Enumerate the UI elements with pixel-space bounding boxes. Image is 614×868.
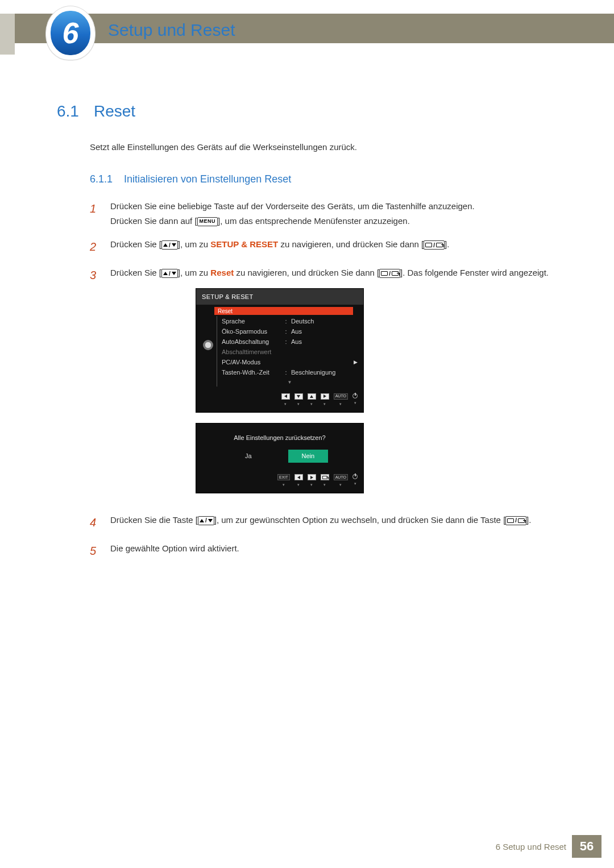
nav-auto-icon: AUTO▾	[334, 393, 348, 408]
rect-enter-icon: /	[379, 269, 400, 278]
osd-row: Öko-Sparmodus:Aus	[222, 326, 358, 337]
nav-left-icon: ▾	[281, 393, 290, 408]
up-down-icon: /	[161, 240, 178, 250]
page-number: 56	[572, 835, 601, 858]
osd-nav-hints: EXIT▾ ▾ ▾ ▾ AUTO▾ ▾	[196, 471, 363, 493]
step-1: 1 Drücken Sie eine beliebige Taste auf d…	[90, 199, 557, 228]
osd-confirm-dialog: Alle Einstellungen zurücksetzen? Ja Nein…	[196, 423, 364, 493]
step-num: 1	[90, 199, 100, 228]
step-3: 3 Drücken Sie [/], um zu Reset zu navigi…	[90, 265, 557, 504]
step-text: Drücken Sie die Taste [/], um zur gewüns…	[110, 513, 557, 532]
osd-row: Sprache:Deutsch	[222, 316, 358, 326]
menu-button-icon: MENU	[197, 217, 218, 226]
step-text: Die gewählte Option wird aktiviert.	[110, 541, 557, 560]
osd-row: Tasten-Wdh.-Zeit:Beschleunigung	[222, 367, 358, 377]
up-down-icon: /	[198, 516, 214, 525]
step-5: 5 Die gewählte Option wird aktiviert.	[90, 541, 557, 560]
footer-chapter-label: 6 Setup und Reset	[496, 842, 566, 852]
up-down-icon: /	[161, 269, 178, 278]
steps-list: 1 Drücken Sie eine beliebige Taste auf d…	[90, 199, 557, 560]
section-intro: Setzt alle Einstellungen des Geräts auf …	[90, 142, 557, 152]
nav-down-icon: ▾	[294, 393, 303, 408]
nav-power-icon: ▾	[352, 393, 358, 408]
rect-enter-icon: /	[505, 516, 526, 525]
subsection-number: 6.1.1	[90, 173, 113, 185]
header-side-stripe	[0, 14, 15, 55]
osd-row: Abschalttimerwert	[222, 347, 358, 357]
section-title: Reset	[94, 102, 135, 121]
confirm-question: Alle Einstellungen zurücksetzen?	[196, 423, 363, 450]
osd-row: AutoAbschaltung:Aus	[222, 337, 358, 347]
confirm-no: Nein	[288, 450, 329, 463]
osd-setup-reset: SETUP & RESET Reset Sprache:Deutsch Öko-…	[196, 288, 364, 413]
nav-right-icon: ▾	[308, 474, 316, 488]
chapter-title: Setup und Reset	[108, 20, 235, 40]
step-text: Drücken Sie [/], um zu Reset zu navigier…	[110, 265, 557, 504]
subsection-title: Initialisieren von Einstellungen Reset	[124, 173, 291, 185]
nav-left-icon: ▾	[294, 474, 303, 488]
osd-figures: SETUP & RESET Reset Sprache:Deutsch Öko-…	[196, 288, 557, 493]
osd-title: SETUP & RESET	[196, 289, 363, 305]
nav-enter-icon: ▾	[321, 474, 329, 488]
chapter-number: 6	[63, 16, 79, 50]
rect-enter-icon: /	[424, 240, 445, 250]
step-num: 5	[90, 541, 100, 560]
step-num: 3	[90, 265, 100, 504]
nav-up-icon: ▾	[308, 393, 316, 408]
step-text: Drücken Sie [/], um zu SETUP & RESET zu …	[110, 237, 557, 256]
nav-auto-icon: AUTO▾	[334, 474, 348, 488]
section-number: 6.1	[57, 102, 79, 121]
chevron-right-icon: ▶	[354, 358, 358, 367]
setup-reset-keyword: SETUP & RESET	[210, 239, 278, 249]
osd-nav-hints: ▾ ▾ ▾ ▾ AUTO▾ ▾	[196, 390, 363, 412]
step-num: 2	[90, 237, 100, 256]
page-footer: 6 Setup und Reset 56	[0, 835, 614, 858]
step-text: Drücken Sie eine beliebige Taste auf der…	[110, 199, 557, 228]
step-num: 4	[90, 513, 100, 532]
step-2: 2 Drücken Sie [/], um zu SETUP & RESET z…	[90, 237, 557, 256]
confirm-yes: Ja	[231, 450, 265, 463]
chapter-badge: 6	[45, 6, 96, 60]
nav-power-icon: ▾	[352, 474, 358, 488]
subsection-heading: 6.1.1 Initialisieren von Einstellungen R…	[90, 173, 557, 185]
osd-menu-list: Sprache:Deutsch Öko-Sparmodus:Aus AutoAb…	[217, 316, 358, 387]
section-heading: 6.1 Reset	[57, 102, 557, 121]
osd-highlighted-item: Reset	[214, 307, 353, 315]
page-content: 6.1 Reset Setzt alle Einstellungen des G…	[57, 102, 557, 570]
osd-row: PC/AV-Modus▶	[222, 357, 358, 367]
nav-right-icon: ▾	[321, 393, 329, 408]
gear-icon	[203, 340, 213, 350]
step-4: 4 Drücken Sie die Taste [/], um zur gewü…	[90, 513, 557, 532]
nav-exit-icon: EXIT▾	[277, 474, 290, 488]
reset-keyword: Reset	[210, 268, 234, 277]
scroll-down-icon: ▼	[222, 379, 358, 387]
